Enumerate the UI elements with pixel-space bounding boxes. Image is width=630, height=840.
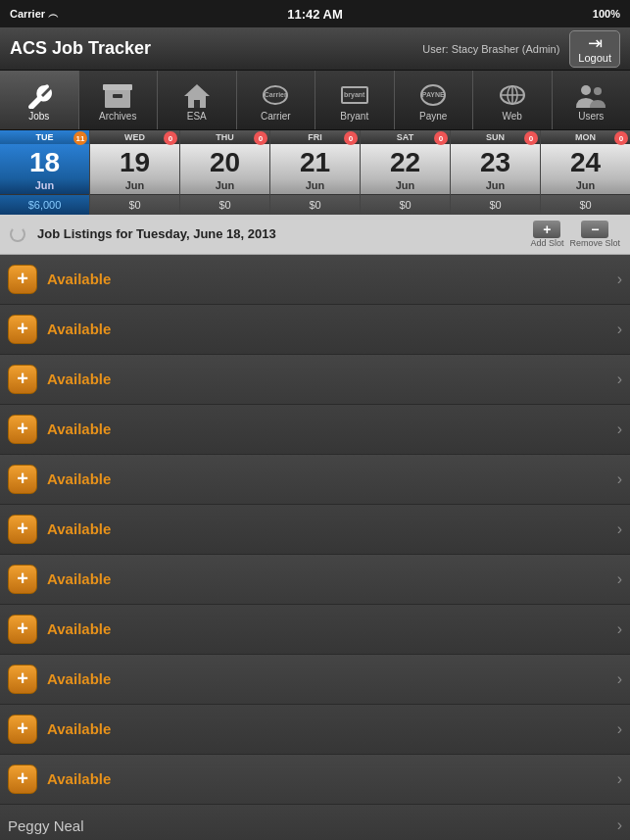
available-label: Available bbox=[47, 520, 617, 537]
cal-day-amount: $0 bbox=[541, 194, 630, 215]
tab-web[interactable]: Web bbox=[473, 71, 553, 129]
job-item-available[interactable]: + Available › bbox=[0, 605, 630, 655]
house-icon bbox=[181, 81, 213, 109]
calendar-day-sunday[interactable]: SUN 0 23 Jun $0 bbox=[451, 130, 541, 215]
available-icon: + bbox=[8, 665, 37, 694]
job-item-available[interactable]: + Available › bbox=[0, 305, 630, 355]
job-item-available[interactable]: + Available › bbox=[0, 405, 630, 455]
cal-day-amount: $6,000 bbox=[0, 194, 89, 215]
cal-day-month: Jun bbox=[90, 178, 179, 194]
remove-slot-button[interactable]: − Remove Slot bbox=[569, 221, 620, 248]
tab-payne[interactable]: PAYNE Payne bbox=[395, 71, 474, 129]
calendar-day-monday[interactable]: MON 0 24 Jun $0 bbox=[541, 130, 630, 215]
available-icon: + bbox=[8, 265, 37, 294]
add-slot-button[interactable]: + Add Slot bbox=[530, 221, 563, 248]
job-item-available[interactable]: + Available › bbox=[0, 505, 630, 555]
cal-day-month: Jun bbox=[180, 178, 269, 194]
job-item-available[interactable]: + Available › bbox=[0, 355, 630, 405]
cal-day-month: Jun bbox=[451, 178, 540, 194]
app-header: ACS Job Tracker User: Stacy Brasher (Adm… bbox=[0, 27, 630, 71]
peggy-name: Peggy Neal bbox=[8, 817, 617, 834]
tab-archives-label: Archives bbox=[99, 111, 136, 122]
job-item-available[interactable]: + Available › bbox=[0, 555, 630, 605]
chevron-right-icon: › bbox=[617, 520, 622, 538]
svg-rect-1 bbox=[103, 84, 132, 90]
chevron-right-icon: › bbox=[617, 470, 622, 488]
job-listing-header: Job Listings for Tuesday, June 18, 2013 … bbox=[0, 215, 630, 255]
available-label: Available bbox=[47, 271, 617, 287]
calendar-day-tuesday[interactable]: TUE 11 18 Jun $6,000 bbox=[0, 130, 90, 215]
status-bar: Carrier ︵ 11:42 AM 100% bbox=[0, 0, 630, 27]
tab-esa-label: ESA bbox=[187, 111, 207, 122]
nav-tabs: Jobs Archives ESA Carrier Carrier bbox=[0, 71, 630, 130]
available-label: Available bbox=[47, 321, 617, 337]
svg-point-11 bbox=[594, 87, 602, 95]
tab-carrier-label: Carrier bbox=[261, 111, 291, 122]
remove-slot-label: Remove Slot bbox=[569, 238, 620, 248]
plus-icon: + bbox=[17, 269, 28, 288]
chevron-right-icon: › bbox=[617, 371, 622, 388]
calendar-day-saturday[interactable]: SAT 0 22 Jun $0 bbox=[361, 130, 451, 215]
job-list: + Available › + Available › + Available … bbox=[0, 255, 630, 840]
cal-day-number: 23 bbox=[451, 144, 540, 178]
chevron-right-icon: › bbox=[617, 720, 622, 738]
logout-icon: ⇥ bbox=[588, 34, 603, 52]
calendar-day-wednesday[interactable]: WED 0 19 Jun $0 bbox=[90, 130, 180, 215]
plus-icon: + bbox=[17, 718, 28, 738]
tab-bryant-label: Bryant bbox=[340, 111, 368, 122]
tab-esa[interactable]: ESA bbox=[158, 71, 237, 129]
plus-icon: + bbox=[17, 369, 28, 388]
plus-icon: + bbox=[17, 768, 28, 788]
archive-icon bbox=[102, 81, 133, 109]
plus-icon: + bbox=[17, 568, 28, 588]
calendar-day-thursday[interactable]: THU 0 20 Jun $0 bbox=[180, 130, 270, 215]
tab-jobs-label: Jobs bbox=[28, 111, 49, 122]
cal-day-number: 19 bbox=[90, 144, 179, 178]
job-item-available[interactable]: + Available › bbox=[0, 655, 630, 705]
cal-day-amount: $0 bbox=[270, 194, 360, 215]
available-icon: + bbox=[8, 415, 37, 444]
cal-badge: 0 bbox=[524, 131, 538, 145]
job-item-available[interactable]: + Available › bbox=[0, 255, 630, 305]
cal-day-number: 18 bbox=[0, 144, 89, 178]
chevron-right-icon: › bbox=[617, 570, 622, 588]
cal-day-name: MON 0 bbox=[541, 130, 630, 144]
cal-badge: 0 bbox=[164, 131, 177, 145]
tab-web-label: Web bbox=[503, 111, 522, 122]
app-title: ACS Job Tracker bbox=[10, 38, 422, 59]
plus-icon: + bbox=[17, 668, 28, 688]
tab-jobs[interactable]: Jobs bbox=[0, 71, 79, 129]
job-item-peggy-neal[interactable]: Peggy Neal › bbox=[0, 805, 630, 840]
wrench-icon bbox=[24, 81, 55, 109]
chevron-right-icon: › bbox=[617, 321, 622, 338]
tab-archives[interactable]: Archives bbox=[79, 71, 159, 129]
available-icon: + bbox=[8, 715, 37, 744]
web-icon bbox=[497, 81, 528, 109]
svg-marker-3 bbox=[184, 84, 210, 96]
job-item-available[interactable]: + Available › bbox=[0, 755, 630, 805]
job-item-available[interactable]: + Available › bbox=[0, 455, 630, 505]
users-icon bbox=[575, 81, 606, 109]
job-listing-title: Job Listings for Tuesday, June 18, 2013 bbox=[10, 226, 276, 242]
plus-icon: + bbox=[17, 469, 28, 488]
cal-day-number: 21 bbox=[270, 144, 360, 178]
carrier-signal: Carrier ︵ bbox=[10, 7, 88, 22]
calendar-day-friday[interactable]: FRI 0 21 Jun $0 bbox=[270, 130, 361, 215]
cal-day-amount: $0 bbox=[361, 194, 450, 215]
chevron-right-icon: › bbox=[617, 770, 622, 788]
tab-users[interactable]: Users bbox=[553, 71, 631, 129]
cal-day-amount: $0 bbox=[180, 194, 269, 215]
battery-status: 100% bbox=[542, 8, 620, 20]
carrier-icon: Carrier bbox=[260, 81, 291, 109]
available-icon: + bbox=[8, 515, 37, 544]
chevron-right-icon: › bbox=[617, 620, 622, 638]
cal-day-month: Jun bbox=[361, 178, 450, 194]
logout-button[interactable]: ⇥ Logout bbox=[569, 30, 620, 68]
tab-carrier[interactable]: Carrier Carrier bbox=[237, 71, 316, 129]
cal-badge: 11 bbox=[73, 131, 87, 145]
remove-slot-icon: − bbox=[581, 221, 608, 238]
job-item-available[interactable]: + Available › bbox=[0, 705, 630, 755]
bryant-icon: bryant bbox=[339, 81, 370, 109]
tab-bryant[interactable]: bryant Bryant bbox=[315, 71, 395, 129]
plus-icon: + bbox=[17, 319, 28, 338]
